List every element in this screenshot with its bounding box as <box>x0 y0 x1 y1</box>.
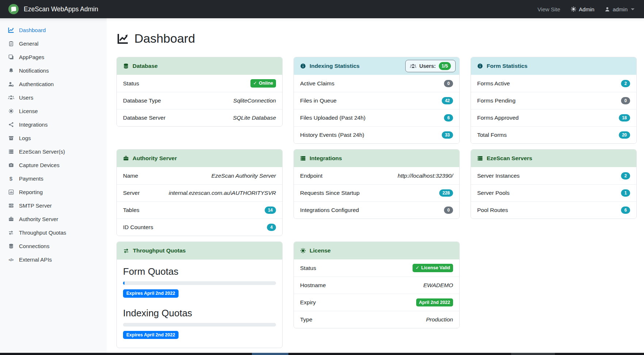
sidebar-item-label: License <box>19 108 38 114</box>
stat-label: Total Forms <box>477 132 507 138</box>
sidebar-item-label: Reporting <box>19 189 43 195</box>
server-icon <box>477 155 483 161</box>
briefcase-icon <box>7 216 15 222</box>
stat-label: Server Instances <box>477 173 520 179</box>
count-badge: 2 <box>621 80 630 87</box>
sidebar-item-authentication[interactable]: Authentication <box>0 77 107 91</box>
quota-heading: Indexing Quotas <box>123 308 276 319</box>
stat-label: Integrations Configured <box>300 207 359 213</box>
archive-box-icon <box>7 135 15 141</box>
expiry-badge: Expires April 2nd 2022 <box>123 331 179 339</box>
stat-row: Status ✓Online <box>117 75 282 92</box>
stat-label: Endpoint <box>300 173 322 179</box>
card-title: Integrations <box>310 155 342 162</box>
stat-row: Endpoint http://localhost:32390/ <box>294 167 459 184</box>
sidebar-item-label: Authority Server <box>19 216 58 222</box>
stat-row: Server internal.ezescan.com.au\AUTHORITY… <box>117 184 282 201</box>
expiry-badge: Expires April 2nd 2022 <box>123 289 179 298</box>
dashboard-grid: Database Status ✓Online Database Type Sq… <box>116 57 637 348</box>
sidebar-item-users[interactable]: Users <box>0 91 107 104</box>
admin-link-label: Admin <box>579 6 595 12</box>
stat-label: Status <box>123 80 139 87</box>
stat-label: Expiry <box>300 299 316 306</box>
sidebar-item-capture-devices[interactable]: Capture Devices <box>0 158 107 172</box>
gear-icon <box>7 108 15 114</box>
stat-row: Files in Queue 42 <box>294 92 459 109</box>
view-site-link[interactable]: View Site <box>537 6 560 12</box>
bar-chart-icon <box>7 189 15 195</box>
check-icon: ✓ <box>253 81 257 86</box>
taskbar-strip <box>0 353 644 355</box>
stat-label: Forms Approved <box>477 115 519 121</box>
dollar-icon: $ <box>7 175 15 182</box>
sidebar-item-apppages[interactable]: AppPages <box>0 50 107 64</box>
form-quotas-section: Form Quotas Expires April 2nd 2022 <box>123 266 276 298</box>
stat-value: Production <box>426 316 453 323</box>
sidebar-item-label: AppPages <box>19 54 44 60</box>
card-indexing-statistics: Indexing Statistics Users: 1/5 <box>294 57 460 144</box>
stat-row: Expiry April 2nd 2022 <box>294 294 459 311</box>
stat-label: Server Pools <box>477 190 510 196</box>
user-menu-label: admin <box>613 6 628 12</box>
card-title: Throughput Quotas <box>133 247 186 254</box>
sidebar-item-external-apis[interactable]: </> External APIs <box>0 253 107 266</box>
stat-label: Hostname <box>300 282 326 289</box>
stat-row: Integrations Configured 0 <box>294 201 459 219</box>
count-badge: 0 <box>444 207 453 214</box>
sidebar-item-authority-server[interactable]: Authority Server <box>0 212 107 226</box>
sidebar-item-general[interactable]: General <box>0 37 107 50</box>
count-badge: 6 <box>621 207 630 214</box>
database-icon <box>123 63 129 69</box>
server-icon <box>300 155 306 161</box>
user-lock-icon <box>7 81 15 87</box>
status-badge: ✓Online <box>250 79 276 88</box>
user-menu[interactable]: admin <box>605 6 635 12</box>
sidebar-item-payments[interactable]: $ Payments <box>0 172 107 185</box>
sidebar-item-license[interactable]: License <box>0 104 107 118</box>
users-button[interactable]: Users: 1/5 <box>405 60 456 72</box>
count-badge: 4 <box>267 224 276 231</box>
sidebar-item-label: SMTP Server <box>19 202 52 209</box>
chevron-down-icon <box>631 8 635 10</box>
navbar-brand[interactable]: EzeScan WebApps Admin <box>8 4 98 15</box>
sidebar-item-logs[interactable]: Logs <box>0 131 107 145</box>
stat-row: Total Forms 20 <box>471 126 636 143</box>
sidebar-item-throughput-quotas[interactable]: Throughput Quotas <box>0 226 107 239</box>
sidebar-item-label: Connections <box>19 243 49 249</box>
server-icon <box>7 203 15 208</box>
gear-icon <box>571 6 576 12</box>
count-badge: 42 <box>442 97 453 104</box>
card-authority-server: Authority Server Name EzeScan Authority … <box>116 149 283 236</box>
brand-title: EzeScan WebApps Admin <box>24 5 98 13</box>
stat-value: SQLite Database <box>233 115 276 121</box>
share-nodes-icon <box>7 122 15 127</box>
top-navbar: EzeScan WebApps Admin View Site Admin <box>0 0 644 18</box>
arrows-exchange-icon <box>123 248 129 254</box>
count-badge: 33 <box>442 131 453 139</box>
count-badge: 228 <box>439 189 453 197</box>
stat-value: internal.ezescan.com.au\AUTHORITYSVR <box>169 190 276 196</box>
sidebar-item-ezescan-servers[interactable]: EzeScan Server(s) <box>0 145 107 158</box>
card-title: License <box>310 247 331 254</box>
stat-row: Hostname EWADEMO <box>294 277 459 294</box>
taskbar-segment <box>511 353 555 355</box>
sidebar-item-dashboard[interactable]: Dashboard <box>0 23 107 37</box>
admin-link[interactable]: Admin <box>571 6 595 12</box>
sidebar-item-notifications[interactable]: Notifications <box>0 64 107 77</box>
card-title: Form Statistics <box>487 63 528 69</box>
stat-row: Database Server SQLite Database <box>117 109 282 126</box>
stat-row: History Events (Past 24h) 33 <box>294 126 459 143</box>
card-ezescan-servers-header: EzeScan Servers <box>471 150 636 167</box>
stat-row: Forms Active 2 <box>471 75 636 92</box>
count-badge: 20 <box>619 131 630 139</box>
count-badge: 2 <box>621 172 630 180</box>
sidebar-item-connections[interactable]: Connections <box>0 239 107 253</box>
gear-icon <box>300 248 306 254</box>
card-database-header: Database <box>117 57 282 75</box>
sidebar-item-reporting[interactable]: Reporting <box>0 185 107 199</box>
stat-label: Files in Queue <box>300 97 337 104</box>
sidebar-item-integrations[interactable]: Integrations <box>0 118 107 131</box>
sidebar-item-smtp-server[interactable]: SMTP Server <box>0 199 107 212</box>
page-title-text: Dashboard <box>134 31 195 46</box>
sidebar-item-label: Capture Devices <box>19 162 60 168</box>
